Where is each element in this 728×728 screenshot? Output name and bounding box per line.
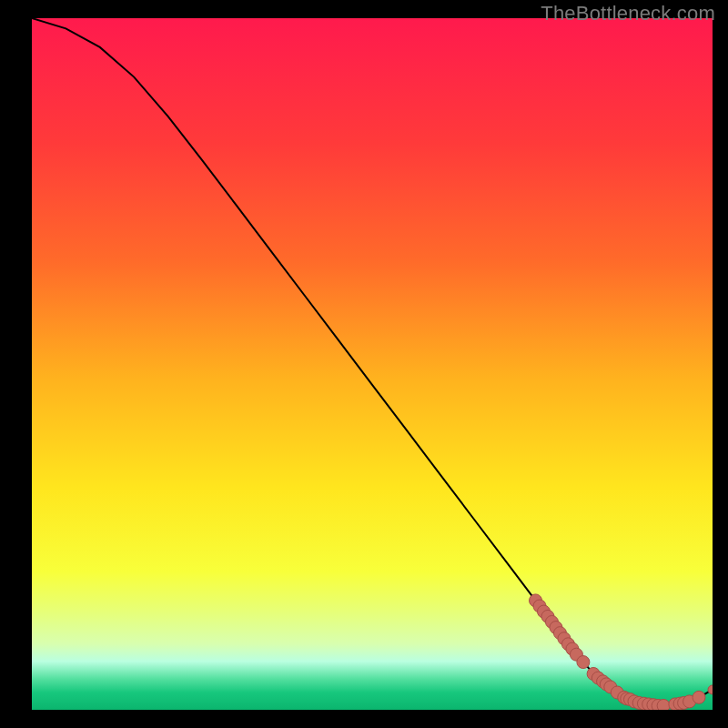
chart-frame: TheBottleneck.com — [0, 0, 728, 728]
gradient-background — [32, 18, 713, 710]
watermark-text: TheBottleneck.com — [541, 2, 715, 25]
chart-marker — [693, 691, 705, 703]
chart-marker — [577, 656, 590, 669]
chart-plot-area — [32, 18, 713, 710]
chart-marker — [657, 699, 670, 710]
chart-svg — [32, 18, 713, 710]
